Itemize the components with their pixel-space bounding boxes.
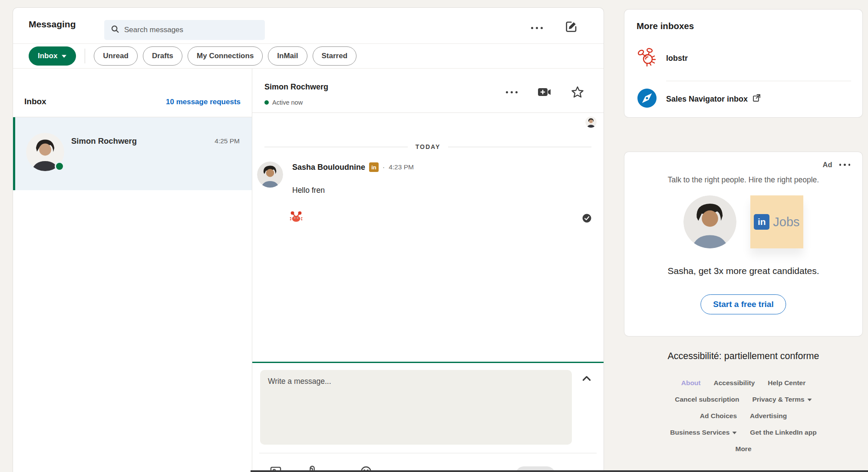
linkedin-in-icon: in (754, 214, 769, 230)
compose-divider (259, 453, 597, 453)
more-inboxes-title: More inboxes (637, 21, 694, 31)
message-sender[interactable]: Sasha Bouloudnine (292, 163, 365, 172)
conversation-list: Inbox 10 message requests Simon Rochwerg… (13, 69, 252, 472)
footer-link-business-services[interactable]: Business Services (670, 429, 737, 436)
caret-down-icon (732, 429, 737, 436)
message-sent-check-icon (582, 214, 591, 223)
ad-label: Ad (823, 161, 832, 169)
footer-link-about[interactable]: About (681, 379, 701, 387)
linkedin-messaging-page: Messaging (0, 0, 868, 472)
ellipsis-icon (531, 27, 543, 29)
filter-unread[interactable]: Unread (94, 46, 138, 66)
linkedin-jobs-logo: in Jobs (750, 195, 803, 248)
ellipsis-icon (506, 91, 518, 93)
star-conversation-icon[interactable] (569, 83, 586, 101)
ad-meta-row: Ad (823, 161, 851, 169)
footer-link-help-center[interactable]: Help Center (768, 379, 805, 387)
filter-drafts[interactable]: Drafts (143, 46, 182, 66)
more-inboxes-card: More inboxes lobstr (624, 10, 862, 117)
footer-link-more[interactable]: More (735, 445, 751, 453)
footer-link-cancel-subscription[interactable]: Cancel subscription (675, 396, 739, 403)
chat-more-options-icon[interactable] (503, 83, 520, 101)
footer-link-privacy-terms[interactable]: Privacy & Terms (752, 396, 812, 403)
collapse-compose-button[interactable] (580, 373, 593, 386)
ad-card: Ad Talk to the right people. Hire the ri… (624, 152, 862, 336)
compose-pencil-icon (565, 20, 578, 34)
footer-link-accessibility[interactable]: Accessibility (713, 379, 755, 387)
lobstr-inbox-item[interactable]: lobstr (637, 47, 688, 69)
filter-divider (85, 49, 85, 63)
compose-message-button[interactable] (563, 18, 580, 36)
ad-images: in Jobs (624, 195, 862, 248)
filter-starred[interactable]: Starred (313, 46, 357, 66)
lobstr-label: lobstr (666, 54, 688, 63)
footer-link-ad-choices[interactable]: Ad Choices (700, 412, 737, 420)
search-icon (110, 24, 120, 36)
search-input[interactable] (124, 26, 259, 34)
accessibility-notice: Accessibilité: partiellement conforme (624, 351, 862, 362)
caret-down-icon (807, 396, 812, 403)
active-status-dot (264, 100, 269, 105)
compose-area: Write a message... (252, 362, 604, 472)
conversation-item-selected[interactable]: Simon Rochwerg 4:25 PM (13, 117, 252, 190)
messaging-card: Messaging (13, 8, 604, 472)
message-header: Sasha Bouloudnine in · 4:23 PM (292, 162, 414, 172)
date-divider: TODAY (264, 143, 591, 150)
footer: Accessibilité: partiellement conforme Ab… (624, 351, 862, 453)
sales-navigator-label: Sales Navigator inbox (666, 95, 748, 104)
chat-contact-status: Active now (264, 99, 303, 106)
chat-panel: Simon Rochwerg Active now (252, 69, 604, 472)
ellipsis-icon (839, 164, 851, 166)
divider-line (448, 147, 591, 147)
inbox-label: Inbox (24, 97, 46, 106)
online-status-dot (55, 162, 64, 171)
chat-header: Simon Rochwerg Active now (252, 69, 604, 113)
inbox-row-divider (666, 81, 851, 81)
chat-contact-name[interactable]: Simon Rochwerg (264, 83, 328, 92)
crab-emoji (290, 210, 303, 223)
sales-navigator-icon (637, 88, 657, 110)
lobstr-logo-icon (637, 47, 657, 69)
conversation-list-header: Inbox 10 message requests (13, 69, 252, 117)
conversation-time: 4:25 PM (215, 137, 240, 145)
footer-link-get-app[interactable]: Get the LinkedIn app (750, 429, 816, 436)
read-receipt-avatar (585, 116, 597, 128)
message-input[interactable]: Write a message... (260, 370, 572, 445)
video-call-icon[interactable] (536, 83, 553, 101)
messaging-header: Messaging (13, 8, 604, 43)
footer-links: About Accessibility Help Center Cancel s… (624, 379, 862, 453)
ad-headline: Talk to the right people. Hire the right… (624, 175, 862, 185)
filter-bar: Inbox Unread Drafts My Connections InMai… (13, 43, 604, 69)
selected-indicator-bar (13, 117, 15, 190)
linkedin-premium-badge-icon: in (369, 162, 379, 172)
ad-options-icon[interactable] (839, 164, 851, 166)
filter-my-connections[interactable]: My Connections (188, 46, 263, 66)
divider-line (264, 147, 408, 147)
avatar-sasha[interactable] (257, 162, 283, 188)
footer-link-advertising[interactable]: Advertising (750, 412, 787, 420)
external-link-icon (752, 93, 761, 105)
start-free-trial-button[interactable]: Start a free trial (700, 294, 786, 314)
chat-header-actions (503, 83, 586, 101)
message-requests-link[interactable]: 10 message requests (166, 98, 241, 106)
ad-caption: Sasha, get 3x more great candidates. (624, 266, 862, 276)
conversation-name: Simon Rochwerg (71, 136, 137, 146)
window-bottom-edge (251, 470, 868, 472)
page-title: Messaging (29, 19, 76, 30)
inbox-filter-dropdown[interactable]: Inbox (29, 46, 76, 66)
message-time: 4:23 PM (389, 163, 414, 171)
search-box[interactable] (104, 20, 265, 40)
caret-down-icon (61, 52, 67, 60)
message-text: Hello fren (292, 186, 325, 195)
sales-navigator-inbox-item[interactable]: Sales Navigator inbox (637, 88, 761, 110)
filter-inmail[interactable]: InMail (268, 46, 307, 66)
more-options-icon[interactable] (528, 19, 545, 36)
message-thread: TODAY Sasha Bouloudnine in · 4:23 PM (252, 113, 604, 362)
ad-profile-avatar (683, 195, 736, 248)
